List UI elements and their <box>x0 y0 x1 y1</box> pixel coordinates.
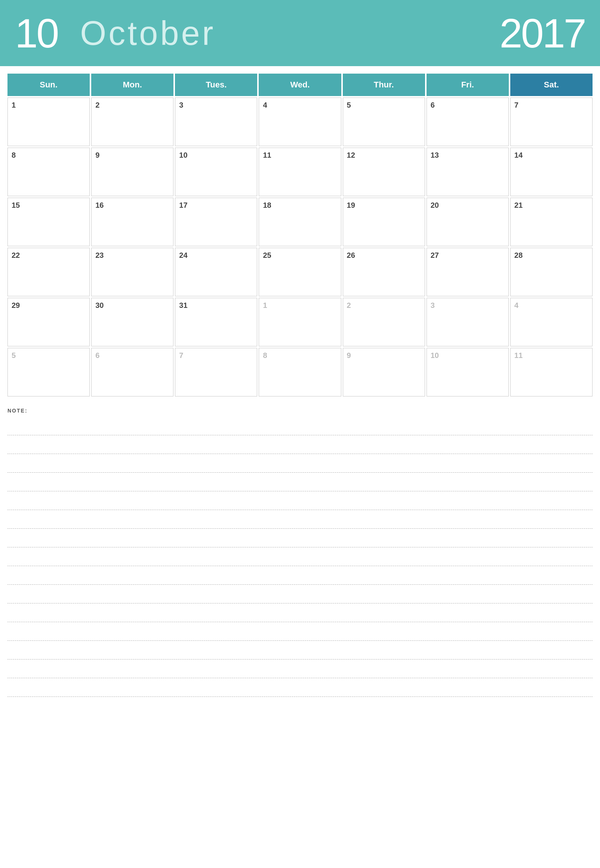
calendar-cell[interactable]: 12 <box>343 148 425 196</box>
cell-date-number: 4 <box>514 301 518 309</box>
calendar-cell[interactable]: 19 <box>343 198 425 246</box>
calendar-cell[interactable]: 4 <box>259 98 341 146</box>
cell-date-number: 1 <box>12 101 16 109</box>
cell-date-number: 7 <box>514 101 518 109</box>
note-line[interactable] <box>8 491 592 510</box>
cell-date-number: 2 <box>347 301 351 309</box>
calendar-cell[interactable]: 7 <box>175 348 257 396</box>
calendar-header: 10 October 2017 <box>0 0 600 66</box>
calendar-cell[interactable]: 8 <box>8 148 90 196</box>
cell-date-number: 5 <box>347 101 351 109</box>
calendar-cell[interactable]: 15 <box>8 198 90 246</box>
calendar-cell[interactable]: 11 <box>510 348 592 396</box>
calendar-cell[interactable]: 31 <box>175 298 257 346</box>
note-line[interactable] <box>8 603 592 622</box>
cell-date-number: 5 <box>12 351 16 360</box>
cell-date-number: 22 <box>12 251 20 259</box>
cell-date-number: 14 <box>514 151 523 159</box>
note-line[interactable] <box>8 585 592 603</box>
cell-date-number: 16 <box>95 201 103 209</box>
calendar-cell[interactable]: 8 <box>259 348 341 396</box>
cell-date-number: 23 <box>95 251 103 259</box>
calendar-cell[interactable]: 24 <box>175 248 257 296</box>
cell-date-number: 17 <box>179 201 187 209</box>
calendar-cell[interactable]: 5 <box>343 98 425 146</box>
cell-date-number: 6 <box>95 351 100 360</box>
calendar-cell[interactable]: 29 <box>8 298 90 346</box>
month-number: 10 <box>15 13 58 54</box>
note-label: NOTE: <box>8 408 592 414</box>
cell-date-number: 2 <box>95 101 100 109</box>
calendar-cell[interactable]: 26 <box>343 248 425 296</box>
cell-date-number: 31 <box>179 301 187 309</box>
calendar-cell[interactable]: 2 <box>91 98 173 146</box>
calendar-cell[interactable]: 6 <box>91 348 173 396</box>
cell-date-number: 27 <box>431 251 439 259</box>
note-line[interactable] <box>8 510 592 529</box>
calendar-cell[interactable]: 27 <box>427 248 509 296</box>
cell-date-number: 26 <box>347 251 355 259</box>
note-line[interactable] <box>8 473 592 491</box>
calendar-cell[interactable]: 20 <box>427 198 509 246</box>
note-line[interactable] <box>8 566 592 585</box>
calendar-cell[interactable]: 23 <box>91 248 173 296</box>
calendar-cell[interactable]: 9 <box>343 348 425 396</box>
calendar-cell[interactable]: 2 <box>343 298 425 346</box>
note-line[interactable] <box>8 417 592 435</box>
cell-date-number: 18 <box>263 201 271 209</box>
note-line[interactable] <box>8 678 592 697</box>
cell-date-number: 11 <box>514 351 523 360</box>
note-line[interactable] <box>8 435 592 454</box>
cell-date-number: 7 <box>179 351 183 360</box>
note-line[interactable] <box>8 641 592 659</box>
header-sunday: Sun. <box>8 74 90 96</box>
cell-date-number: 13 <box>431 151 439 159</box>
calendar-cell[interactable]: 1 <box>8 98 90 146</box>
cell-date-number: 21 <box>514 201 523 209</box>
cell-date-number: 10 <box>431 351 439 360</box>
calendar-container: Sun. Mon. Tues. Wed. Thur. Fri. Sat. 123… <box>0 66 600 396</box>
cell-date-number: 28 <box>514 251 523 259</box>
header-tuesday: Tues. <box>175 74 257 96</box>
calendar-cell[interactable]: 30 <box>91 298 173 346</box>
note-section: NOTE: <box>0 396 600 697</box>
calendar-cell[interactable]: 11 <box>259 148 341 196</box>
cell-date-number: 12 <box>347 151 355 159</box>
cell-date-number: 9 <box>347 351 351 360</box>
cell-date-number: 30 <box>95 301 103 309</box>
note-line[interactable] <box>8 659 592 678</box>
calendar-cell[interactable]: 6 <box>427 98 509 146</box>
calendar-cell[interactable]: 17 <box>175 198 257 246</box>
cell-date-number: 10 <box>179 151 187 159</box>
cell-date-number: 3 <box>179 101 183 109</box>
calendar-cell[interactable]: 13 <box>427 148 509 196</box>
calendar-cell[interactable]: 28 <box>510 248 592 296</box>
note-line[interactable] <box>8 622 592 641</box>
calendar-cell[interactable]: 4 <box>510 298 592 346</box>
calendar-cell[interactable]: 22 <box>8 248 90 296</box>
header-thursday: Thur. <box>343 74 425 96</box>
cell-date-number: 9 <box>95 151 100 159</box>
note-line[interactable] <box>8 454 592 473</box>
calendar-cell[interactable]: 10 <box>175 148 257 196</box>
calendar-cell[interactable]: 7 <box>510 98 592 146</box>
month-name: October <box>80 17 215 50</box>
calendar-cell[interactable]: 10 <box>427 348 509 396</box>
cell-date-number: 8 <box>12 151 16 159</box>
calendar-cell[interactable]: 16 <box>91 198 173 246</box>
calendar-cell[interactable]: 18 <box>259 198 341 246</box>
day-headers-row: Sun. Mon. Tues. Wed. Thur. Fri. Sat. <box>8 74 592 96</box>
calendar-cell[interactable]: 3 <box>175 98 257 146</box>
calendar-cell[interactable]: 3 <box>427 298 509 346</box>
calendar-cell[interactable]: 21 <box>510 198 592 246</box>
header-saturday: Sat. <box>510 74 592 96</box>
calendar-cell[interactable]: 14 <box>510 148 592 196</box>
note-line[interactable] <box>8 529 592 547</box>
calendar-cell[interactable]: 25 <box>259 248 341 296</box>
calendar-cell[interactable]: 9 <box>91 148 173 196</box>
cell-date-number: 11 <box>263 151 271 159</box>
calendar-cell[interactable]: 1 <box>259 298 341 346</box>
calendar-cell[interactable]: 5 <box>8 348 90 396</box>
cell-date-number: 8 <box>263 351 267 360</box>
note-line[interactable] <box>8 547 592 566</box>
